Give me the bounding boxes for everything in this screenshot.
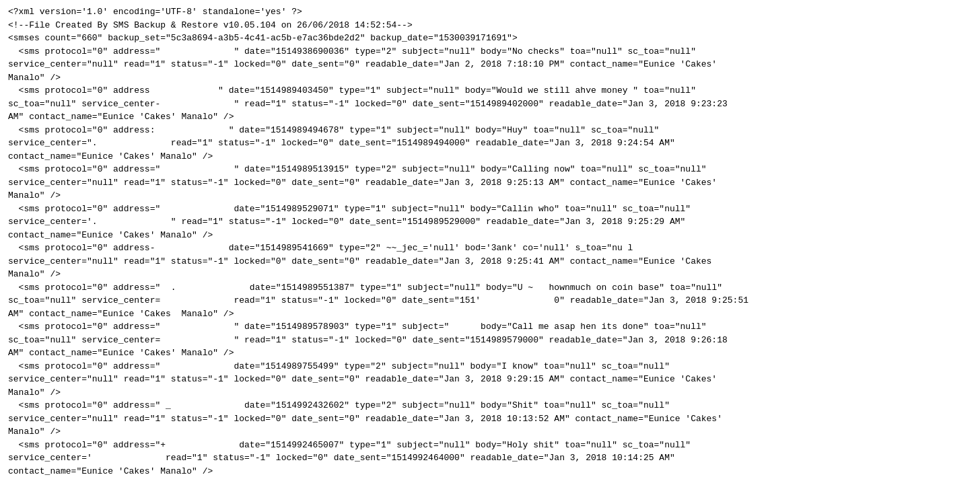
xml-line: sc_toa="null" service_center= read="1" s… (8, 294, 972, 307)
xml-line: AM" contact_name="Eunice 'Cakes' Manalo"… (8, 346, 972, 360)
xml-line: service_center="null" read="1" status="-… (8, 176, 972, 190)
xml-line: service_center='. " read="1" status="-1"… (8, 215, 972, 229)
xml-line: <!--File Created By SMS Backup & Restore… (8, 19, 972, 32)
xml-viewer: <?xml version='1.0' encoding='UTF-8' sta… (8, 5, 972, 477)
xml-line: sc_toa="null" service_center- " read="1"… (8, 98, 972, 111)
xml-line: Manalo" /> (8, 386, 972, 400)
xml-line: service_center="null" read="1" status="-… (8, 58, 972, 71)
xml-line: service_center="null" read="1" status="-… (8, 412, 972, 426)
xml-line: Manalo" /> (8, 71, 972, 85)
xml-line: <sms protocol="0" address=" " date="1514… (8, 45, 972, 59)
xml-line: contact_name="Eunice 'Cakes' Manalo" /> (8, 465, 972, 478)
xml-line: <sms protocol="0" address=" " date="1514… (8, 163, 972, 176)
xml-line: <?xml version='1.0' encoding='UTF-8' sta… (8, 5, 972, 19)
xml-line: <sms protocol="0" address=" date="151498… (8, 360, 972, 373)
xml-line: Manalo" /> (8, 268, 972, 281)
xml-line: Manalo" /> (8, 189, 972, 203)
xml-line: AM" contact_name="Eunice 'Cakes Manalo" … (8, 307, 972, 321)
xml-line: service_center="null" read="1" status="-… (8, 373, 972, 386)
xml-line: contact_name="Eunice 'Cakes' Manalo" /> (8, 150, 972, 163)
xml-line: <sms protocol="0" address=" " date="1514… (8, 320, 972, 334)
xml-line: service_center="null" read="1" status="-… (8, 255, 972, 268)
xml-line: <sms protocol="0" address- date="1514989… (8, 242, 972, 255)
xml-line: contact_name="Eunice 'Cakes' Manalo" /> (8, 229, 972, 242)
xml-line: <sms protocol="0" address="+ date="15149… (8, 439, 972, 452)
xml-line: <sms protocol="0" address: " date="15149… (8, 124, 972, 137)
xml-line: AM" contact_name="Eunice 'Cakes' Manalo"… (8, 110, 972, 124)
xml-line: <sms protocol="0" address=" . date="1514… (8, 281, 972, 295)
xml-line: Manalo" /> (8, 425, 972, 439)
xml-line: service_center=' read="1" status="-1" lo… (8, 451, 972, 465)
xml-line: sc_toa="null" service_center= " read="1"… (8, 334, 972, 347)
xml-line: <smses count="660" backup_set="5c3a8694-… (8, 32, 972, 45)
xml-line: <sms protocol="0" address=" _ date="1514… (8, 399, 972, 412)
xml-line: <sms protocol="0" address " date="151498… (8, 84, 972, 98)
xml-line: <sms protocol="0" address=" date="151498… (8, 203, 972, 216)
xml-line: service_center=". read="1" status="-1" l… (8, 137, 972, 150)
